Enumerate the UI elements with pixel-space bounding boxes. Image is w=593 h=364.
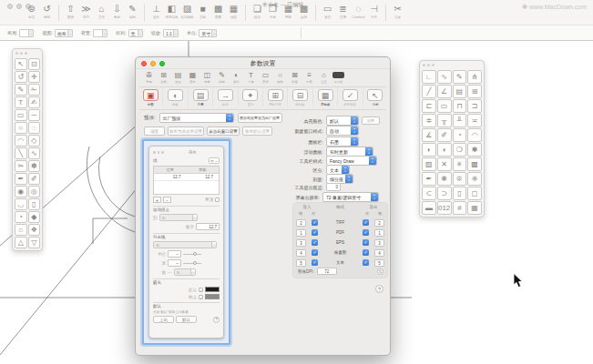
tool-button[interactable]: ✁ xyxy=(28,84,41,96)
tool-button[interactable]: ∠ xyxy=(437,85,452,98)
tool-button[interactable]: ❖ xyxy=(28,224,41,236)
toolbar-button[interactable]: ≫技巧 xyxy=(78,4,94,19)
tool-button[interactable]: ╲ xyxy=(15,147,27,159)
leader-select[interactable]: 无⌄ xyxy=(153,241,217,248)
preference-tab[interactable]: ✓拼写检查 xyxy=(338,88,363,106)
tool-button[interactable]: ✐ xyxy=(28,173,41,185)
stepper-icon[interactable]: ⌄ xyxy=(138,30,142,36)
tool-button[interactable]: ∿ xyxy=(28,147,41,159)
tool-button[interactable]: ▯ xyxy=(28,198,41,210)
control-item[interactable]: 布局: ⌄ xyxy=(7,29,34,37)
control-item-select[interactable]: ⌄ xyxy=(93,29,107,37)
panel-bar-select[interactable]: 石墨▲▼ xyxy=(326,136,359,147)
control-item[interactable]: 排列: 无⌄ xyxy=(116,29,142,37)
stepper-icon[interactable]: ⌄ xyxy=(173,30,178,36)
width-input[interactable]: -- xyxy=(168,259,181,267)
tool-button[interactable]: ▭ xyxy=(437,99,452,113)
tool-button[interactable]: ⊞ xyxy=(467,85,482,98)
tool-button[interactable]: ▦ xyxy=(467,201,482,215)
tool-button[interactable]: ❋ xyxy=(437,172,452,186)
dpi-input[interactable]: 72 xyxy=(317,268,337,275)
preference-icon-button[interactable]: ✎绘制 xyxy=(215,71,229,84)
export-enable-checkbox[interactable]: ✓ xyxy=(363,249,369,256)
tool-button[interactable]: ✕ xyxy=(437,157,452,171)
start-checkbox[interactable]: ✓ xyxy=(199,288,203,292)
tool-button[interactable]: ◖ xyxy=(437,143,452,157)
number-input[interactable]: 12.7 xyxy=(196,223,220,230)
stepper-icon[interactable]: ▲▼ xyxy=(369,157,376,165)
tool-button[interactable]: ⊂ xyxy=(422,187,436,200)
new-window-style-select[interactable]: 自动▲▼ xyxy=(326,126,359,136)
preference-tab[interactable]: →拖放 xyxy=(213,88,238,106)
tool-button[interactable]: ⊡ xyxy=(28,58,41,70)
stepper-icon[interactable]: ⌄ xyxy=(102,30,107,36)
tool-button[interactable]: ⊓ xyxy=(453,99,467,113)
toolbar-button[interactable]: ❏组合 xyxy=(250,4,265,19)
tool-button[interactable]: ─ xyxy=(28,109,41,121)
preference-tab[interactable]: ✦显示 xyxy=(239,88,263,106)
tool-button[interactable]: ✽ xyxy=(28,160,41,172)
highlight-color-select[interactable]: 默认▲▼ xyxy=(326,116,359,126)
toolbar-button[interactable]: ▨填充颜色 xyxy=(179,4,195,19)
preference-tab[interactable]: ⊟辅助线 xyxy=(288,88,312,106)
toolbar-button[interactable]: ⊜商店 xyxy=(24,4,39,19)
toolbar-button[interactable]: ▭备注 xyxy=(320,4,335,19)
export-order-input[interactable]: 4 xyxy=(374,249,384,257)
angle-select[interactable]: 无⌄ xyxy=(174,268,196,276)
right-tool-palette[interactable]: ∟∿✎⋔╱∠▤⊞⊏▭⊓⊐≑╥╨≍∡✐◔◠◗◖❍✱▨✕✳▩✒❋❊❈⊂⊃▯◻▬012… xyxy=(419,60,485,217)
stepper-icon[interactable]: ▲▼ xyxy=(342,166,349,174)
end-checkbox[interactable]: ✓ xyxy=(199,295,203,299)
tool-button[interactable]: ≍ xyxy=(467,114,482,127)
palette-preview-panel[interactable]: 调色 填in ⌄ 位置宽高 12.712.7 +−置顶 自动停止 到无⌄ 数字1… xyxy=(142,139,230,345)
tool-button[interactable]: ▩ xyxy=(467,157,482,171)
minimize-icon[interactable] xyxy=(16,4,22,9)
tool-button[interactable]: ◻ xyxy=(467,187,482,200)
tool-button[interactable]: T xyxy=(15,96,27,108)
ontop-checkbox[interactable] xyxy=(215,197,220,202)
import-order-input[interactable]: 5 xyxy=(296,259,306,267)
control-item-select[interactable]: 英寸⌄ xyxy=(199,29,217,37)
tool-button[interactable]: ╨ xyxy=(453,114,467,127)
preference-tab[interactable]: ↖光标 xyxy=(363,88,387,106)
toolbar-button[interactable]: ≣注释 xyxy=(335,4,351,19)
tool-button[interactable]: ≑ xyxy=(422,114,436,127)
control-item[interactable]: 背景: ⌄ xyxy=(81,29,107,37)
toolbar-button[interactable]: ❐分离 xyxy=(265,4,281,19)
tool-button[interactable]: ○ xyxy=(15,122,27,134)
import-enable-checkbox[interactable]: ✓ xyxy=(312,239,318,246)
tool-button[interactable]: ❍ xyxy=(453,143,467,157)
tool-button[interactable]: ↺ xyxy=(15,71,27,83)
tool-button[interactable]: ∡ xyxy=(422,128,436,142)
dialog-titlebar[interactable]: 参数设置 xyxy=(136,57,390,69)
export-enable-checkbox[interactable]: ✓ xyxy=(363,259,369,266)
preference-icon-button[interactable]: ▭形状 xyxy=(259,71,272,84)
tool-button[interactable]: ↖ xyxy=(15,58,27,70)
toolbar-button[interactable]: ✂专家 xyxy=(390,4,405,19)
preference-icon-button[interactable]: ○圆角 xyxy=(273,71,287,84)
dpi-stepper-icon[interactable]: ⇅ xyxy=(377,268,383,275)
tool-button[interactable]: ❊ xyxy=(453,172,467,186)
import-order-input[interactable]: 4 xyxy=(296,249,306,257)
tool-button[interactable]: ⌂ xyxy=(15,224,27,236)
end-color-swatch[interactable] xyxy=(205,294,220,299)
toolbar-button[interactable]: ✎绘制 xyxy=(125,4,140,19)
tooltip-delay-input[interactable]: 0 xyxy=(326,183,341,191)
toolbar-button[interactable]: ⊥坐标 xyxy=(148,4,164,19)
toolbar-button[interactable]: ↺撤销 xyxy=(39,4,55,19)
import-order-input[interactable]: 1 xyxy=(296,229,306,237)
export-order-input[interactable]: 3 xyxy=(374,239,384,247)
stepper-icon[interactable]: ⌄ xyxy=(67,30,72,36)
palette-titlebar[interactable] xyxy=(13,49,42,56)
tool-button[interactable]: ✒ xyxy=(15,173,27,185)
toolbar-button[interactable]: ▩图案 xyxy=(210,4,226,19)
tool-button[interactable]: ⋔ xyxy=(467,70,482,84)
tool-button[interactable]: ✛ xyxy=(28,71,41,83)
toolbar-button[interactable]: ⇩教学 xyxy=(109,4,125,19)
remove-button[interactable]: − xyxy=(163,197,171,203)
preference-icon-button[interactable]: ▬工具栏 xyxy=(332,71,345,84)
previous-button[interactable]: 上前 xyxy=(153,316,174,323)
preset-action-button[interactable]: 清除 xyxy=(144,126,165,136)
tool-button[interactable]: ╥ xyxy=(437,114,452,127)
toolbar-button[interactable]: ⇧图库 xyxy=(63,4,78,19)
toolbar-button[interactable]: ▦底纹 xyxy=(226,4,241,19)
